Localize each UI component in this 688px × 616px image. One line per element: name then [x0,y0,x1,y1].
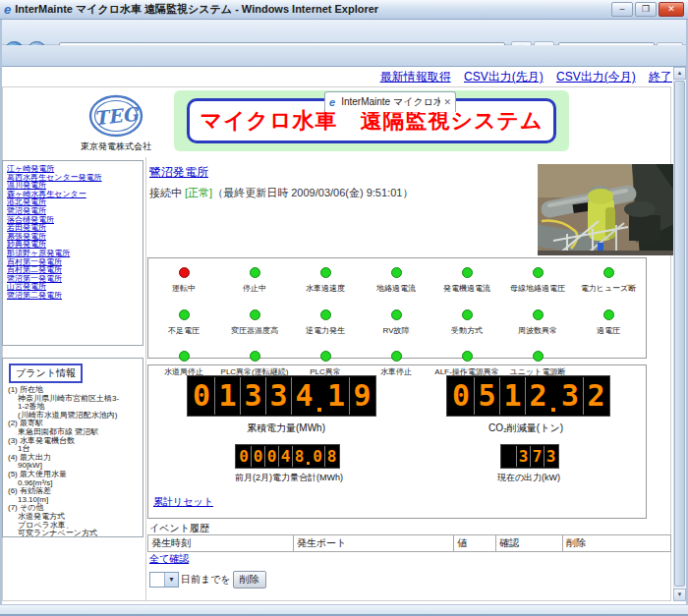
lamp-label: 水車過速度 [290,283,361,294]
exit-link[interactable]: 終了 [649,70,672,84]
sidebar-plant-link[interactable]: 落合樋発電所 [7,216,141,225]
lamp-label: 周波数異常 [502,325,573,336]
confirm-all-link[interactable]: 全て確認 [149,552,189,566]
status-lamp: 発電機過電流 [431,264,502,294]
lamp-label: 発電機過電流 [431,283,502,294]
digit [316,377,323,415]
ie-window-icon: e [4,2,11,17]
lamp-indicator [179,267,190,278]
sidebar-plant-link[interactable]: 百村第一発電所 [7,258,141,267]
status-state: [正常] [185,187,212,198]
digit: 8 [292,446,306,467]
col-delete: 削除 [563,535,671,552]
current-output-display: 373 [500,444,559,469]
close-button[interactable]: ✕ [659,2,684,17]
lamp-indicator [603,309,614,320]
lamp-label: 過電圧 [573,325,644,336]
lamp-indicator [250,267,260,278]
event-history-title: イベント履歴 [149,522,209,535]
digit: 3 [265,377,291,415]
digit [306,446,311,467]
csv-last-month-link[interactable]: CSV出力(先月) [464,70,544,84]
digit: 4 [278,446,292,467]
plant-info-panel: プラント情報 (1) 所在地 神奈川県川崎市宮前区土橋3- 1-2番地 (川崎市… [2,358,143,537]
minimize-button[interactable]: – [611,2,633,17]
scroll-up-icon[interactable]: ▲ [673,67,686,80]
sidebar-plant-link[interactable]: 山宮発電所 [7,283,141,292]
cumulative-energy-label: 累積電力量(MWh) [188,421,384,435]
window-title: InterMainte マイクロ水車 遠隔監視システム - Windows In… [15,2,609,17]
sidebar-plant-link[interactable]: 若田発電所 [7,224,141,233]
tab-label: InterMainte マイクロ水車 ... [341,95,440,109]
tab-intermainte-active[interactable]: e InterMainte マイクロ水車 ... ✕ [324,91,456,112]
lamp-label: 逆電力発生 [290,325,361,336]
scroll-down-icon[interactable]: ▼ [673,588,686,601]
select-dropdown-icon[interactable]: ▼ [164,573,178,587]
cumulative-reset-link[interactable]: 累計リセット [153,495,213,509]
digit [550,377,557,415]
lamp-indicator [179,351,190,362]
lamp-label: 母線地絡過電圧 [502,283,573,294]
sidebar-plant-link[interactable]: 鷺沼第二発電所 [7,292,141,301]
lamp-label: 変圧器温度高 [219,325,290,336]
sidebar-plant-link[interactable]: 鷺沼第一発電所 [7,275,141,284]
status-lamp: 不足電圧 [148,307,219,336]
digit: 0 [237,446,251,467]
scrollbar-thumb[interactable] [674,81,685,587]
lamp-label: 受動方式 [431,325,502,336]
sidebar-plant-link[interactable]: 港北発電所 [7,198,141,207]
sidebar-plant-link[interactable]: 那須野ヶ原発電所 [7,250,141,258]
lamp-indicator [603,267,614,278]
teg-logo: TEG [88,93,143,139]
status-lamp: 停止中 [219,264,290,294]
status-timestamp: （最終更新日時 2009/03/06(金) 9:51:01） [212,187,413,198]
get-latest-link[interactable]: 最新情報取得 [380,70,451,84]
sidebar-plant-link[interactable]: 森ヶ崎水再生センター [7,191,141,199]
monthly-energy-label: 前月(2月)電力量合計(MWh) [191,472,387,484]
digit: 2 [525,377,550,415]
digit: 0 [448,377,474,415]
lamp-indicator [533,309,544,320]
col-value: 値 [454,535,496,552]
status-lamp: 母線地絡過電圧 [502,264,573,294]
digit: 2 [583,377,608,415]
digit: 3 [516,446,530,467]
lamp-row: 不足電圧 変圧器温度高 逆電力発生 RV故障 受動方式 周波数異常 過電圧 [148,307,646,336]
lamp-label: 地絡過電流 [361,283,431,294]
sidebar-plant-link[interactable]: 葛西水再生センター発電所 [7,174,141,183]
csv-this-month-link[interactable]: CSV出力(今月) [556,70,636,84]
tab-close-icon[interactable]: ✕ [443,97,451,107]
current-output-label: 現在の出力(kW) [430,472,627,484]
digit: 7 [530,446,544,467]
sidebar-plant-link[interactable]: 百村第二発電所 [7,266,141,275]
lamp-indicator [391,309,402,320]
maximize-button[interactable]: ❐ [635,2,657,17]
meter-panel: 0133419 051232 累積電力量(MWh) CO₂削減量(トン) 000… [147,364,647,519]
plant-list-sidebar: 江ヶ崎発電所 葛西水再生センター発電所 温川発電所 森ヶ崎水再生センター 港北発… [2,160,143,346]
digit: 3 [240,377,265,415]
sidebar-plant-link[interactable]: 鷺沼発電所 [7,207,141,216]
digit: 8 [324,446,338,467]
status-lamp: 周波数異常 [502,307,573,336]
days-select[interactable]: ▼ [149,572,179,588]
col-time: 発生時刻 [148,535,294,552]
sidebar-plant-link[interactable]: 温川発電所 [7,182,141,191]
lamp-indicator [320,309,331,320]
lamp-label: RV故障 [361,325,431,336]
sidebar-plant-link[interactable]: 幕張発電所 [7,233,141,242]
co2-reduction-display: 051232 [446,375,610,417]
status-lamp: 逆電力発生 [290,307,361,336]
sidebar-plant-link[interactable]: 江ヶ崎発電所 [7,165,141,174]
digit: 1 [499,377,525,415]
sidebar-plant-link[interactable]: 妙典発電所 [7,241,141,250]
co2-reduction-label: CO₂削減量(トン) [428,421,624,435]
delete-button[interactable]: 削除 [233,571,266,588]
station-name-link[interactable]: 鷺沼発電所 [149,164,208,181]
lamp-label: 不足電圧 [148,325,219,336]
table-header-row: 発生時刻 発生ポート 値 確認 削除 [148,535,671,552]
digit: 0 [251,446,264,467]
col-confirm: 確認 [496,535,563,552]
event-history-table: 発生時刻 発生ポート 値 確認 削除 [147,534,671,552]
lamp-indicator [462,267,473,278]
lamp-label: 運転中 [148,283,219,294]
